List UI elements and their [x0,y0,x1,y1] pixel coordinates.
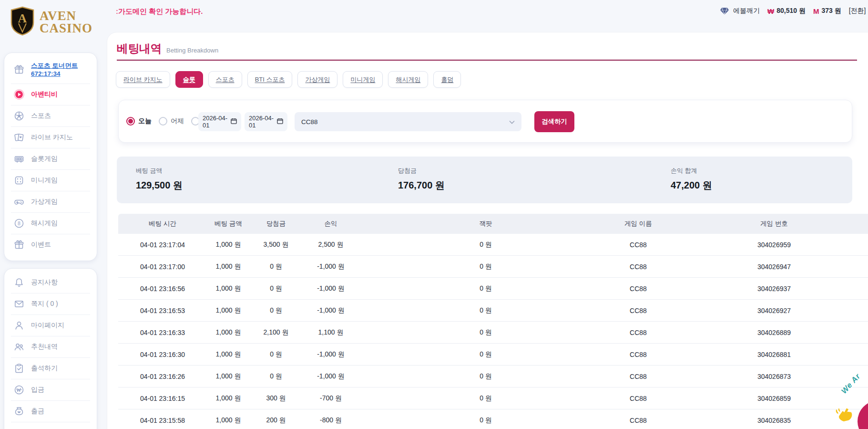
radio-yesterday[interactable]: 어제 [159,117,184,126]
bet-time-cell: 04-01 23:16:53 [118,307,207,314]
column-header-game-number: 게임 번호 [664,220,868,228]
sidebar-item-hash-games[interactable]: 8해시게임 [4,212,97,234]
sidebar-item-referrals[interactable]: 추천내역 [4,336,97,357]
win-amount-cell: 0 원 [250,306,302,315]
eight-ball-icon: 8 [13,218,25,229]
tab-virtual[interactable]: 가상게임 [297,71,337,88]
logo-shield-icon: A [10,6,35,38]
table-row: 04-01 23:17:041,000 원3,500 원2,500 원0 원CC… [118,234,868,256]
date-from-input[interactable]: 2026-04-01 [198,112,241,131]
table-row: 04-01 23:16:561,000 원0 원-1,000 원0 원CC883… [118,278,868,300]
sidebar-item-virtual-games[interactable]: 가상게임 [4,191,97,212]
jackpot-cell: 0 원 [359,284,612,293]
sidebar-item-withdraw[interactable]: 출금 [4,400,97,422]
money-bag-icon [13,406,25,417]
tab-slot[interactable]: 슬롯 [175,71,203,88]
play-circle-icon [13,89,25,100]
person-icon [13,320,25,331]
summary-stats: 베팅 금액129,500 원당첨금176,700 원손익 합계47,200 원 [117,157,852,203]
bet-amount-cell: 1,000 원 [207,416,250,425]
profit-cell: -1,000 원 [302,306,359,315]
bet-amount-cell: 1,000 원 [207,262,250,271]
table-row: 04-01 23:16:531,000 원0 원-1,000 원0 원CC883… [118,300,868,322]
date-to-input[interactable]: 2026-04-01 [245,112,287,131]
playing-cards-icon [13,132,25,143]
bet-amount-cell: 1,000 원 [207,306,250,315]
sidebar-item-aventv[interactable]: 아벤티비 [4,84,97,105]
sidebar-item-deposit[interactable]: 입금 [4,379,97,400]
sidebar-item-sports[interactable]: 스포츠 [4,105,97,126]
sidebar-item-tournament[interactable]: 스포츠 토너먼트672:17:34 [4,56,97,84]
svg-text:8: 8 [18,220,20,226]
jackpot-cell: 0 원 [359,306,612,315]
tab-hash[interactable]: 해시게임 [388,71,428,88]
radio-today-circle [126,117,135,126]
game-number-cell: 304026937 [664,285,868,293]
tab-mini[interactable]: 미니게임 [343,71,383,88]
bet-amount-cell: 1,000 원 [207,350,250,359]
category-tabs: 라이브 카지노슬롯스포츠BTI 스포츠가상게임미니게임해시게임홀덤 [116,71,461,88]
column-header-profit: 손익 [302,220,359,228]
win-amount-cell: 0 원 [250,284,302,293]
title-divider [117,60,857,61]
gift-icon [13,64,25,75]
tab-live-casino[interactable]: 라이브 카지노 [116,71,170,88]
sidebar-item-slot-games[interactable]: 슬롯게임 [4,148,97,169]
sidebar-item-attendance[interactable]: 출석하기 [4,357,97,379]
game-number-cell: 304026873 [664,373,868,380]
clipboard-check-icon [13,363,25,374]
convert-link[interactable]: [전환] [849,7,866,15]
tab-bti-sports[interactable]: BTI 스포츠 [247,71,293,88]
jackpot-cell: 0 원 [359,262,612,271]
summary-bet-amount: 베팅 금액129,500 원 [136,167,183,192]
m-balance: 373 원 [821,7,841,15]
search-button[interactable]: 검색하기 [534,111,574,132]
sidebar-item-messages[interactable]: 쪽지 ( 0 ) [4,293,97,314]
profit-cell: 2,500 원 [302,241,359,249]
tab-holdem[interactable]: 홀덤 [433,71,461,88]
sidebar-item-events[interactable]: 이벤트 [4,234,97,255]
betting-slip-icon [13,427,25,429]
sidebar-item-mini-games[interactable]: 미니게임 [4,169,97,191]
gem-icon [720,6,729,16]
summary-profit-total: 손익 합계47,200 원 [671,167,712,192]
won-coin-icon [13,384,25,396]
sidebar-item-live-casino[interactable]: 라이브 카지노 [4,126,97,148]
bet-time-cell: 04-01 23:16:30 [118,351,207,358]
vendor-select[interactable]: CC88 [295,112,521,131]
radio-yesterday-circle [159,117,167,126]
game-name-cell: CC88 [612,241,664,249]
win-amount-cell: 0 원 [250,262,302,271]
profit-cell: -1,000 원 [302,262,359,271]
jackpot-cell: 0 원 [359,394,612,403]
sidebar-item-mypage[interactable]: 마이페이지 [4,314,97,336]
provider-name: 에볼깨기 [733,7,760,15]
win-amount-cell: 300 원 [250,394,302,403]
profit-cell: -1,000 원 [302,372,359,381]
chevron-down-icon [509,118,515,126]
game-number-cell: 304026889 [664,329,868,336]
bet-time-cell: 04-01 23:16:15 [118,395,207,402]
jackpot-cell: 0 원 [359,416,612,425]
sidebar-item-partial[interactable] [4,422,97,429]
column-header-bet-time: 베팅 시간 [118,220,207,228]
game-number-cell: 304026927 [664,307,868,314]
profit-cell: -1,000 원 [302,284,359,293]
dice-icon [13,175,25,186]
envelope-icon [13,298,25,310]
bet-amount-cell: 1,000 원 [207,241,250,249]
column-header-bet-amount: 베팅 금액 [207,220,250,228]
radio-today[interactable]: 오늘 [126,117,152,126]
casino-logo[interactable]: A AVEN CASINO [10,6,92,38]
win-amount-cell: 200 원 [250,416,302,425]
calendar-icon [277,118,283,126]
table-row: 04-01 23:15:581,000 원200 원-800 원0 원CC883… [118,409,868,429]
column-header-win-amount: 당첨금 [250,220,302,228]
bet-amount-cell: 1,000 원 [207,394,250,403]
game-number-cell: 304026881 [664,351,868,358]
won-symbol: ₩ [767,7,774,15]
logo-text: AVEN CASINO [40,10,92,34]
sidebar-item-notice[interactable]: 공지사항 [4,272,97,293]
tab-sports[interactable]: 스포츠 [208,71,242,88]
game-name-cell: CC88 [612,329,664,336]
